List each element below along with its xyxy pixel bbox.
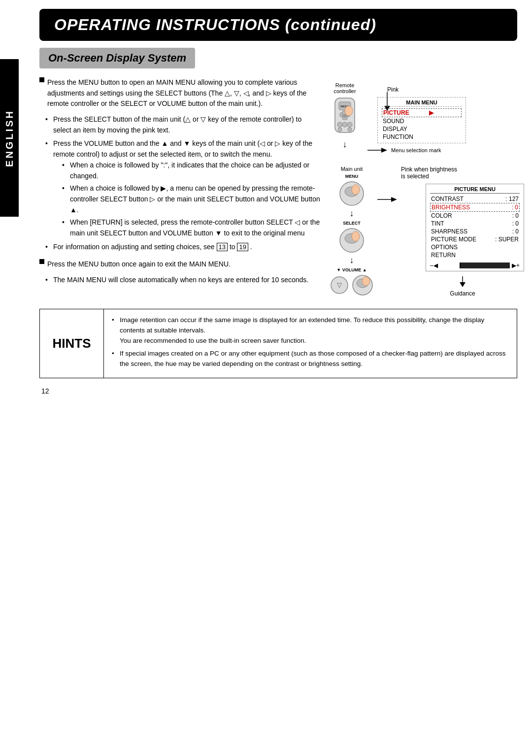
brightness-value: : 0 xyxy=(499,204,518,211)
svg-point-8 xyxy=(347,122,352,127)
volume-text-label: ▼ VOLUME ▲ xyxy=(336,267,366,272)
svg-marker-28 xyxy=(391,197,397,202)
svg-point-7 xyxy=(342,122,347,127)
main-menu-item-display: DISPLAY xyxy=(382,125,462,133)
sub-bullet-2: When a choice is followed by ▶, a menu c… xyxy=(62,183,320,215)
picture-mode-value: : SUPER xyxy=(495,236,519,243)
press-menu-section: Press the MENU button once again to exit… xyxy=(39,259,320,285)
slider-minus-label: –◀ xyxy=(430,262,438,269)
auto-close-text: The MAIN MENU will close automatically w… xyxy=(45,275,320,286)
slider-plus-label: ▶+ xyxy=(512,262,520,269)
guidance-col: Guidance xyxy=(401,276,524,297)
picture-menu-row-sharpness: SHARPNESS : 0 xyxy=(430,228,520,235)
slider-row: –◀ ▶+ xyxy=(430,262,520,269)
svg-point-21 xyxy=(352,231,360,241)
section-title: On-Screen Display System xyxy=(48,52,186,64)
svg-point-10 xyxy=(348,128,352,131)
bullet-item-2: Press the VOLUME button and the ▲ and ▼ … xyxy=(45,138,320,238)
remote-controller-icon: MENU xyxy=(330,97,360,136)
brightness-label: BRIGHTNESS xyxy=(432,204,470,211)
picture-menu-row-contrast: CONTRAST : 127 xyxy=(430,195,520,203)
main-bullet-list: Press the SELECT button of the main unit… xyxy=(39,114,320,252)
square-bullet-2-icon xyxy=(39,259,44,264)
arrow-down-2: ↓ xyxy=(350,208,354,219)
return-label: RETURN xyxy=(431,252,456,259)
main-unit-label: Main unit xyxy=(341,166,363,172)
press-menu-block: Press the MENU button once again to exit… xyxy=(39,259,320,270)
options-label: OPTIONS xyxy=(431,244,458,251)
svg-point-9 xyxy=(338,128,342,131)
page-number: 12 xyxy=(41,387,517,395)
language-tab: ENGLISH xyxy=(0,59,19,217)
main-menu-item-sound: SOUND xyxy=(382,117,462,125)
main-menu-title: MAIN MENU xyxy=(382,99,462,107)
guidance-label: Guidance xyxy=(450,290,475,297)
hints-item-1: Image retention can occur if the same im… xyxy=(112,315,509,346)
svg-point-6 xyxy=(337,122,342,127)
svg-marker-15 xyxy=(381,148,387,153)
right-column: Remotecontroller MENU xyxy=(330,77,517,297)
remote-controller-col: Remotecontroller MENU xyxy=(330,82,360,150)
slider-track xyxy=(440,263,510,268)
square-bullet-icon xyxy=(39,77,44,82)
main-menu-wrapper: Pink MAIN MENU PICTURE ▶ SOUND DISPLAY xyxy=(367,97,466,154)
picture-menu-row-tint: TINT : 0 xyxy=(430,220,520,228)
guidance-arrow-svg xyxy=(459,276,466,288)
arrow-to-picture-svg xyxy=(377,196,397,203)
hints-content: Image retention can occur if the same im… xyxy=(104,309,517,378)
picture-mode-label: PICTURE MODE xyxy=(431,236,476,243)
sub-bullet-list: When a choice is followed by ":", it ind… xyxy=(53,160,320,239)
menu-button-icon xyxy=(339,181,365,206)
picture-menu-title: PICTURE MENU xyxy=(430,186,520,194)
top-diagram-row: Remotecontroller MENU xyxy=(330,82,517,154)
hints-box: HINTS Image retention can occur if the s… xyxy=(39,309,517,378)
menu-selection-mark-label: Menu selection mark xyxy=(391,147,441,153)
arrow-down-3: ↓ xyxy=(350,255,354,265)
menu-mark-row: Menu selection mark xyxy=(367,146,466,154)
tint-label: TINT xyxy=(431,220,444,227)
press-menu-dot-list: The MAIN MENU will close automatically w… xyxy=(39,275,320,286)
page-title: OPERATING INSTRUCTIONS (continued) xyxy=(54,16,376,33)
bullet-item-3: For information on adjusting and setting… xyxy=(45,242,320,253)
picture-menu-box: PICTURE MENU CONTRAST : 127 BRIGHTNESS :… xyxy=(426,184,524,271)
language-label: ENGLISH xyxy=(4,109,15,167)
pink-when-label: Pink when brightnessis selected xyxy=(401,166,524,180)
slider-fill xyxy=(440,263,461,268)
hints-label: HINTS xyxy=(40,309,104,378)
hints-list: Image retention can occur if the same im… xyxy=(112,315,509,369)
picture-menu-row-picture-mode: PICTURE MODE : SUPER xyxy=(430,235,520,243)
volume-down-icon: ▽ xyxy=(330,276,349,295)
picture-menu-row-brightness: BRIGHTNESS : 0 xyxy=(430,203,520,212)
main-menu-box: MAIN MENU PICTURE ▶ SOUND DISPLAY FUNCTI… xyxy=(377,97,466,143)
sub-bullet-1: When a choice is followed by ":", it ind… xyxy=(62,160,320,181)
bullet-item-1: Press the SELECT button of the main unit… xyxy=(45,114,320,135)
menu-arrow-svg xyxy=(367,146,387,154)
remote-controller-label: Remotecontroller xyxy=(333,82,356,94)
menu-text-label: MENU xyxy=(345,174,359,179)
page-header: OPERATING INSTRUCTIONS (continued) xyxy=(39,9,517,41)
main-unit-col: Main unit MENU ↓ SELECT xyxy=(330,166,373,296)
svg-point-26 xyxy=(362,277,370,286)
tint-value: : 0 xyxy=(499,220,519,227)
picture-menu-row-color: COLOR : 0 xyxy=(430,212,520,220)
color-value: : 0 xyxy=(499,212,519,219)
sharpness-value: : 0 xyxy=(499,228,519,235)
intro-para-block: Press the MENU button to open an MAIN ME… xyxy=(39,77,320,109)
volume-up-icon xyxy=(352,274,373,296)
ref-13: 13 xyxy=(217,243,228,252)
color-label: COLOR xyxy=(431,212,452,219)
volume-buttons-row: ▽ xyxy=(330,274,373,296)
main-menu-item-picture: PICTURE ▶ xyxy=(382,108,462,117)
bottom-diagram-row: Main unit MENU ↓ SELECT xyxy=(330,166,517,297)
arrow-down-1: ↓ xyxy=(343,139,347,150)
select-button-icon xyxy=(339,228,365,253)
diagram-area: Remotecontroller MENU xyxy=(330,77,517,297)
contrast-label: CONTRAST xyxy=(431,196,464,202)
svg-point-11 xyxy=(345,106,353,116)
left-column: Press the MENU button to open an MAIN ME… xyxy=(39,77,320,297)
picture-menu-row-return: RETURN xyxy=(430,251,520,259)
hints-text: HINTS xyxy=(53,336,91,351)
select-text-label: SELECT xyxy=(343,221,361,226)
arrow-to-picture-col xyxy=(377,196,397,203)
press-menu-text: Press the MENU button once again to exit… xyxy=(47,259,231,270)
